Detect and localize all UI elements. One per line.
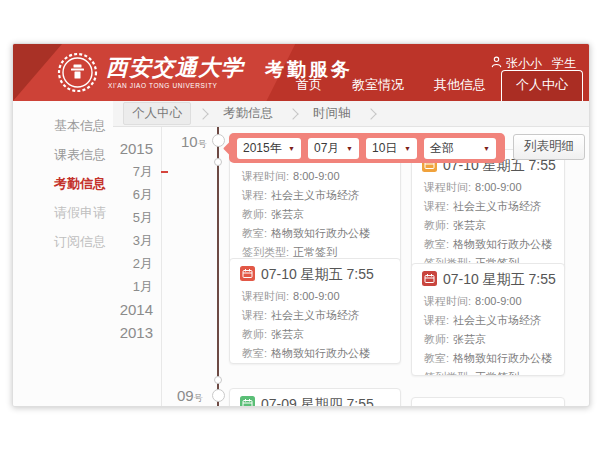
- field-value: 张芸京: [453, 333, 486, 345]
- card-field-row: 签到类型:正常签到: [412, 368, 564, 376]
- calendar-stamp-icon: [240, 396, 255, 407]
- card-field-row: 教师:张芸京: [230, 205, 400, 224]
- month-dropdown[interactable]: 07月▼: [308, 138, 359, 159]
- caret-down-icon: ▼: [288, 145, 295, 152]
- field-value: 8:00-9:00: [293, 290, 339, 302]
- type-dropdown[interactable]: 全部▼: [424, 138, 496, 159]
- field-label: 教师:: [242, 208, 267, 220]
- field-label: 课程:: [424, 200, 449, 212]
- sidebar-item-subscription-info[interactable]: 订阅信息: [13, 227, 113, 256]
- attendance-app-window: 西安交通大学 XI'AN JIAO TONG UNIVERSITY 考勤服务 张…: [12, 43, 590, 407]
- chevron-right-icon: [287, 108, 298, 119]
- nav-item-classrooms[interactable]: 教室情况: [337, 71, 419, 101]
- attendance-card: [411, 397, 565, 407]
- attendance-card: 07-09 星期四 7:55: [229, 388, 401, 407]
- timeline-scale-1月[interactable]: 1月: [113, 275, 161, 298]
- timeline-node-large[interactable]: [212, 389, 225, 402]
- timeline-scale-2014[interactable]: 2014: [113, 298, 161, 321]
- caret-down-icon: ▼: [346, 145, 353, 152]
- timeline-scale-5月[interactable]: 5月: [113, 206, 161, 229]
- field-label: 课程:: [424, 314, 449, 326]
- list-detail-button[interactable]: 列表明细: [513, 134, 585, 160]
- card-field-row: 课程时间:8:00-9:00: [230, 167, 400, 186]
- screenshot-canvas: 西安交通大学 XI'AN JIAO TONG UNIVERSITY 考勤服务 张…: [0, 0, 600, 450]
- breadcrumb-personal-center[interactable]: 个人中心: [123, 102, 191, 125]
- field-label: 签到类型:: [242, 246, 289, 258]
- field-label: 教师:: [424, 333, 449, 345]
- field-value: 正常签到: [293, 246, 337, 258]
- timeline-scale-2013[interactable]: 2013: [113, 321, 161, 344]
- person-icon: [491, 56, 502, 71]
- breadcrumb-timeline[interactable]: 时间轴: [305, 103, 359, 124]
- card-field-row: 教室:格物致知行政办公楼: [230, 224, 400, 243]
- field-value: 社会主义市场经济: [271, 309, 359, 321]
- sidebar-item-schedule-info[interactable]: 课表信息: [13, 140, 113, 169]
- card-field-row: 教室:格物致知行政办公楼: [230, 344, 400, 363]
- timeline-scale-6月[interactable]: 6月: [113, 183, 161, 206]
- timeline-scale-3月[interactable]: 3月: [113, 229, 161, 252]
- card-field-row: 课程:社会主义市场经济: [412, 311, 564, 330]
- field-label: 课程时间:: [424, 295, 471, 307]
- calendar-stamp-icon: [422, 271, 437, 289]
- field-label: 教室:: [424, 352, 449, 364]
- card-field-row: 课程:社会主义市场经济: [230, 306, 400, 325]
- attendance-card: 07-10 星期五 7:55课程时间:8:00-9:00课程:社会主义市场经济教…: [411, 149, 565, 271]
- chevron-right-icon: [365, 108, 376, 119]
- year-dropdown[interactable]: 2015年▼: [237, 138, 301, 159]
- sidebar-item-basic-info[interactable]: 基本信息: [13, 111, 113, 140]
- card-field-row: 教师:张芸京: [412, 216, 564, 235]
- field-value: 格物致知行政办公楼: [453, 352, 552, 364]
- card-field-row: 课程时间:8:00-9:00: [412, 292, 564, 311]
- card-field-row: 签到类型:正常签到: [230, 363, 400, 364]
- card-field-row: 教师:张芸京: [412, 330, 564, 349]
- nav-item-personal-center[interactable]: 个人中心: [501, 70, 583, 101]
- field-value: 8:00-9:00: [475, 295, 521, 307]
- field-value: 张芸京: [271, 208, 304, 220]
- field-label: 课程:: [242, 189, 267, 201]
- card-field-row: 课程:社会主义市场经济: [412, 197, 564, 216]
- chevron-right-icon: [197, 108, 208, 119]
- timeline-scale-2015[interactable]: 2015: [113, 137, 161, 160]
- filter-bar: 2015年▼ 07月▼ 10日▼ 全部▼: [229, 133, 505, 163]
- field-label: 课程时间:: [424, 181, 471, 193]
- field-label: 教室:: [242, 347, 267, 359]
- field-value: 格物致知行政办公楼: [453, 238, 552, 250]
- breadcrumb-attendance-info[interactable]: 考勤信息: [215, 103, 281, 124]
- nav-item-other-info[interactable]: 其他信息: [419, 71, 501, 101]
- day-dropdown[interactable]: 10日▼: [366, 138, 417, 159]
- card-field-row: 教室:格物致知行政办公楼: [412, 349, 564, 368]
- timeline-pane: 20157月6月5月3月2月1月20142013 10号 09号 2015年▼ …: [113, 127, 589, 406]
- card-date-title: 07-09 星期四 7:55: [261, 396, 374, 407]
- sidebar-item-attendance-info[interactable]: 考勤信息: [13, 169, 113, 198]
- timeline-scale-2月[interactable]: 2月: [113, 252, 161, 275]
- field-value: 张芸京: [271, 328, 304, 340]
- field-value: 格物致知行政办公楼: [271, 227, 370, 239]
- field-value: 格物致知行政办公楼: [271, 347, 370, 359]
- card-field-row: 课程:社会主义市场经济: [230, 186, 400, 205]
- field-label: 教师:: [424, 219, 449, 231]
- sidebar-item-leave-request[interactable]: 请假申请: [13, 198, 113, 227]
- card-date-title: 07-10 星期五 7:55: [443, 271, 556, 289]
- timeline-node-small[interactable]: [214, 376, 222, 384]
- attendance-card: 07-10 星期五 7:55课程时间:8:00-9:00课程:社会主义市场经济教…: [411, 263, 565, 376]
- field-value: 张芸京: [453, 219, 486, 231]
- main-nav: 首页 教室情况 其他信息 个人中心: [281, 70, 583, 101]
- field-label: 课程:: [242, 309, 267, 321]
- caret-down-icon: ▼: [404, 145, 411, 152]
- timeline-scale-7月[interactable]: 7月: [113, 160, 161, 183]
- field-label: 签到类型:: [424, 371, 471, 376]
- card-field-row: 课程时间:8:00-9:00: [230, 287, 400, 306]
- timeline-axis: [217, 127, 219, 406]
- nav-item-home[interactable]: 首页: [281, 71, 337, 101]
- card-field-row: 教室:格物致知行政办公楼: [412, 235, 564, 254]
- field-value: 社会主义市场经济: [453, 200, 541, 212]
- field-value: 社会主义市场经济: [271, 189, 359, 201]
- calendar-stamp-icon: [240, 266, 255, 284]
- timeline-node-large[interactable]: [212, 134, 225, 147]
- timeline-node-small[interactable]: [214, 158, 222, 166]
- university-name-cn: 西安交通大学: [106, 53, 244, 83]
- field-label: 课程时间:: [242, 170, 289, 182]
- breadcrumb: 个人中心 考勤信息 时间轴: [113, 101, 589, 127]
- field-label: 教室:: [424, 238, 449, 250]
- card-field-row: 课程时间:8:00-9:00: [412, 178, 564, 197]
